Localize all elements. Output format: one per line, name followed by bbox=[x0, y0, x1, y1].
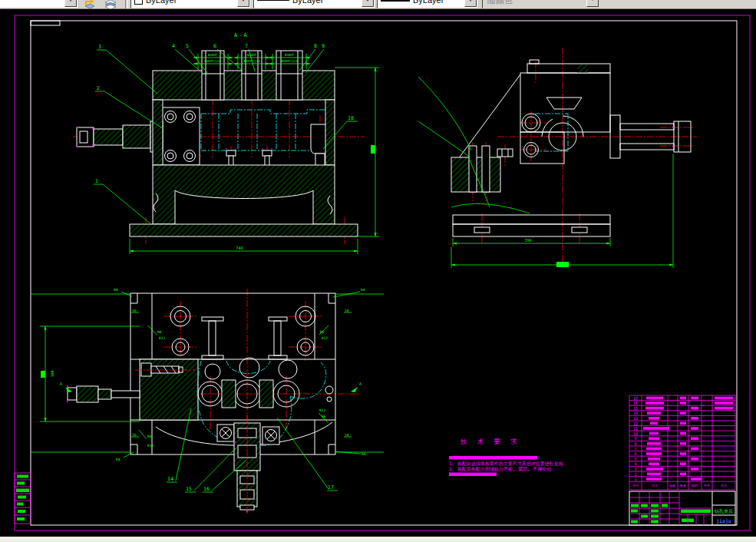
bom-row-no: 6 bbox=[634, 451, 636, 456]
datum-marker bbox=[371, 145, 375, 154]
radius-label-r6: R6 bbox=[157, 330, 162, 334]
tech-req-highlight-bar bbox=[449, 473, 497, 477]
drill-bushing-1 bbox=[202, 51, 224, 100]
bom-row-no: 9 bbox=[634, 436, 636, 441]
dim-label-10: 10 bbox=[132, 309, 137, 312]
color-control-dropdown[interactable]: ByLayer ▼ bbox=[130, 0, 251, 8]
linetype-control-dropdown[interactable]: ByLayer ▼ bbox=[253, 0, 375, 8]
balloon-4: 4 bbox=[172, 43, 175, 49]
dim-bushing1-top: Φ25H7 bbox=[208, 53, 218, 57]
dim-bushing3-bottom: Φ48H7/js6 bbox=[281, 59, 298, 63]
radius-label-r12: R12 bbox=[319, 408, 325, 412]
dim-label-10: 10 bbox=[132, 433, 137, 437]
bom-row-no: 10 bbox=[633, 431, 638, 436]
bom-row-no: 14 bbox=[633, 411, 638, 415]
bom-row-no: 13 bbox=[633, 416, 638, 421]
radius-label-r12: R12 bbox=[147, 444, 154, 448]
tech-req-highlight-bar bbox=[449, 456, 537, 460]
linetype-control-value: ByLayer bbox=[292, 0, 323, 5]
dim-side-base: 290 bbox=[524, 238, 531, 243]
dim-bushing3-top: Φ30H7 bbox=[285, 53, 295, 57]
balloon-8: 8 bbox=[314, 43, 317, 49]
object-properties-toolbar: ▼ ByLayer ▼ ByLayer ▼ bbox=[0, 0, 756, 9]
make-object-layer-current-button[interactable] bbox=[80, 0, 99, 9]
layers-icon bbox=[104, 0, 117, 9]
balloon-3: 3 bbox=[98, 44, 101, 50]
bom-row-no: 2 bbox=[634, 472, 636, 477]
cad-application-window: ▼ ByLayer ▼ ByLayer ▼ bbox=[0, 0, 756, 542]
radius-label-r4: R4 bbox=[361, 288, 365, 292]
paper-space-background bbox=[0, 8, 756, 537]
bom-row-no: 1 bbox=[634, 477, 636, 481]
balloon-14: 14 bbox=[167, 476, 173, 482]
balloon-5: 5 bbox=[186, 43, 189, 49]
bom-header: 名称 bbox=[669, 484, 675, 487]
bom-header: 代号 bbox=[651, 484, 658, 487]
lineweight-sample bbox=[381, 0, 410, 2]
chevron-down-icon[interactable]: ▼ bbox=[64, 0, 77, 7]
layer-current-icon bbox=[83, 0, 97, 9]
bom-header: 序号 bbox=[632, 484, 639, 487]
section-arrow-label: A bbox=[60, 382, 62, 386]
lineweight-control-dropdown[interactable]: ByLayer ▼ bbox=[377, 0, 478, 8]
radius-label-r4: R4 bbox=[116, 458, 120, 461]
chevron-down-icon[interactable]: ▼ bbox=[361, 0, 374, 7]
chevron-down-icon[interactable]: ▼ bbox=[237, 0, 249, 7]
drill-bushing-2 bbox=[242, 51, 262, 100]
layer-control-dropdown[interactable]: ▼ bbox=[0, 0, 78, 8]
linetype-sample bbox=[257, 0, 289, 1]
dim-side-overall-blob bbox=[556, 262, 569, 267]
drawing-file-label: jiaju bbox=[716, 518, 731, 524]
balloon-9: 9 bbox=[322, 43, 325, 49]
bom-header: 单件 bbox=[704, 484, 710, 487]
dim-plan-height: 198 bbox=[50, 370, 54, 377]
bom-row-no: 7 bbox=[634, 447, 636, 451]
toolbar-separator bbox=[125, 0, 128, 8]
plot-style-control-dropdown: 随颜色 ▼ bbox=[482, 0, 600, 8]
datum-marker bbox=[41, 371, 45, 378]
radius-label-r4: R4 bbox=[114, 288, 118, 292]
balloon-6: 6 bbox=[213, 43, 216, 49]
clamp-plate-block bbox=[161, 107, 200, 165]
drill-bushing-3 bbox=[276, 51, 302, 100]
bom-row-no: 5 bbox=[634, 457, 636, 461]
plot-style-value: 随颜色 bbox=[487, 0, 513, 6]
bom-row-no: 8 bbox=[634, 441, 636, 446]
radius-label-r4: R4 bbox=[361, 452, 366, 456]
bom-row-no: 3 bbox=[634, 467, 636, 471]
dim-label-10: 10 bbox=[345, 433, 349, 437]
dim-bushing1-bottom: Φ40H7/js6 bbox=[204, 59, 221, 63]
bom-row-no: 16 bbox=[633, 401, 638, 405]
chevron-down-icon: ▼ bbox=[586, 0, 599, 7]
balloon-7: 7 bbox=[245, 43, 248, 49]
balloon-1: 1 bbox=[95, 178, 98, 184]
bom-header: 备注 bbox=[721, 484, 727, 487]
bom-row-no: 17 bbox=[633, 396, 638, 401]
drawing-canvas[interactable]: .w{stroke:#fff;fill:none;stroke-width:1}… bbox=[0, 0, 756, 542]
clamp-strip bbox=[135, 359, 198, 420]
balloon-10: 10 bbox=[348, 115, 354, 121]
layer-properties-button[interactable] bbox=[101, 0, 120, 9]
bom-header: 数量 bbox=[680, 484, 686, 487]
balloon-16: 16 bbox=[203, 486, 210, 492]
bom-row-no: 15 bbox=[633, 406, 638, 411]
section-label: A-A bbox=[234, 32, 249, 38]
tech-req-item-2: 2. 装配后各配合面须贴合严密, 紧固, 不得松动 bbox=[449, 466, 551, 472]
lineweight-control-value: ByLayer bbox=[413, 0, 444, 5]
color-swatch bbox=[134, 0, 143, 5]
chevron-down-icon[interactable]: ▼ bbox=[464, 0, 477, 7]
balloon-2: 2 bbox=[97, 85, 100, 91]
balloon-17: 17 bbox=[328, 484, 334, 491]
dim-bushing2-top: Φ20H7 bbox=[247, 53, 257, 57]
radius-label-r12: R12 bbox=[322, 336, 328, 340]
dim-label-10: 10 bbox=[345, 309, 349, 312]
part-name: 钻孔夹具 bbox=[714, 508, 733, 514]
section-arrow-label: A bbox=[359, 382, 361, 386]
radius-label-r6: R6 bbox=[147, 435, 152, 438]
color-control-value: ByLayer bbox=[146, 0, 177, 5]
bom-row-no: 12 bbox=[633, 421, 638, 426]
tech-req-title: 技 术 要 求 bbox=[460, 438, 520, 445]
radius-label-r12: R12 bbox=[159, 336, 165, 340]
bom-row-no: 4 bbox=[634, 461, 636, 466]
status-bar-strip bbox=[0, 537, 756, 542]
